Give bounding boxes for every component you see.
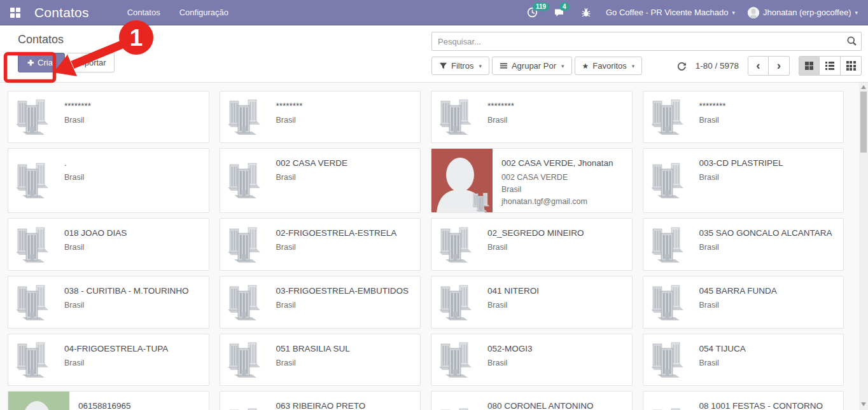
contact-card[interactable]: 038 - CURITIBA - M.TOURINHOBrasil [8,276,209,329]
contact-card-body: ********Brasil [477,92,521,142]
control-panel: Contatos ✚ Criar Importar Filtros ▾ [0,25,868,83]
refresh-icon[interactable] [676,61,687,71]
contact-card[interactable]: 03-FRIGOESTRELA-EMBUTIDOSBrasil [220,276,421,329]
contact-name: 002 CASA VERDE, Jhonatan [501,158,613,168]
contact-detail-line: Brasil [276,242,397,254]
menu-contatos[interactable]: Contatos [127,8,160,17]
company-buildings-icon [437,338,477,379]
group-by-button[interactable]: Agrupar Por ▾ [492,57,572,75]
contact-card[interactable]: .Brasil [8,148,209,213]
activities-icon[interactable]: 119 [526,6,540,19]
contact-card[interactable]: 045 BARRA FUNDABrasil [643,276,844,329]
star-icon: ★ [582,62,589,71]
pager-previous-button[interactable]: ‹ [748,56,769,76]
filters-button[interactable]: Filtros ▾ [431,57,489,75]
user-menu[interactable]: Jhonatan (erp-gocoffee) ▾ [748,7,858,18]
contact-card[interactable]: ********Brasil [643,91,844,143]
search-input[interactable] [431,32,862,51]
company-buildings-icon [648,158,689,200]
view-switcher [799,56,862,76]
activity-count-badge: 119 [533,3,549,11]
company-buildings-icon [437,222,477,264]
create-button[interactable]: ✚ Criar [18,53,65,72]
company-buildings-icon [471,191,493,212]
company-buildings-icon [225,280,266,322]
contact-card[interactable]: 041 NITEROIBrasil [431,276,633,329]
contact-name: 03-FRIGOESTRELA-EMBUTIDOS [276,285,409,296]
contact-detail-line: Brasil [699,299,777,311]
company-switcher[interactable]: Go Coffee - PR Vicente Machado ▾ [606,8,735,17]
company-buildings-icon [648,95,689,137]
contact-image [437,280,477,325]
company-buildings-icon [437,280,477,322]
search-icon[interactable] [846,36,857,49]
contact-card[interactable]: ********Brasil [220,91,421,143]
messages-icon[interactable]: 4 [552,6,566,19]
favorites-button[interactable]: ★ Favoritos ▾ [575,57,643,75]
contact-name: 04-FRIGOESTRELA-TUPA [64,343,168,354]
contact-card[interactable]: 054 TIJUCABrasil [643,334,844,386]
company-buildings-icon [13,158,54,200]
import-button[interactable]: Importar [67,53,114,72]
list-view-icon [825,62,834,70]
top-navbar: Contatos Contatos Configuração 119 4 [0,0,868,25]
scroll-up-arrow[interactable] [861,85,866,89]
apps-menu-icon[interactable] [10,8,20,18]
contact-card[interactable]: 080 CORONEL ANTONINO [431,391,633,410]
contact-card-body: 038 - CURITIBA - M.TOURINHOBrasil [54,277,195,328]
company-buildings-icon [225,404,266,410]
menu-configuracao[interactable]: Configuração [179,8,228,17]
contact-image [648,338,689,382]
contact-image [648,404,689,410]
kanban-grid: ********Brasil********Brasil********Bras… [8,91,844,410]
contact-photo-placeholder [8,392,69,410]
contact-card[interactable]: 051 BRASILIA SULBrasil [220,334,421,386]
group-by-icon [500,62,508,70]
main-menu: Contatos Configuração [127,8,228,17]
company-buildings-icon [13,280,54,322]
debug-icon[interactable] [579,6,593,19]
contact-card-body: 03-FRIGOESTRELA-EMBUTIDOSBrasil [266,277,416,328]
contact-card[interactable]: ********Brasil [8,91,209,143]
contact-name: 054 TIJUCA [699,343,746,354]
contact-card[interactable]: 003-CD PLASTRIPELBrasil [643,148,844,213]
contact-card-body: 003-CD PLASTRIPELBrasil [689,149,790,212]
contact-card[interactable]: 052-MOGI3Brasil [431,334,633,386]
contact-card[interactable]: 063 RIBEIRAO PRETO [220,391,421,410]
user-name: Jhonatan (erp-gocoffee) [763,8,851,17]
contact-card[interactable]: 035 SAO GONCALO ALCANTARABrasil [643,218,844,271]
contact-detail-line: Brasil [64,114,91,126]
contact-card-body: 002 CASA VERDEBrasil [266,149,354,212]
kanban-view-button[interactable] [799,56,820,76]
contact-card[interactable]: 002 CASA VERDEBrasil [220,148,421,213]
company-buildings-icon [13,338,54,379]
company-buildings-icon [13,95,54,137]
contact-card[interactable]: 04-FRIGOESTRELA-TUPABrasil [8,334,209,386]
contact-detail-line: jhonatan.tgf@gmail.com [501,196,613,208]
contact-card[interactable]: 02_SEGREDO MINEIROBrasil [431,218,633,271]
scroll-down-arrow[interactable] [861,402,866,406]
contact-name: 018 JOAO DIAS [64,228,127,238]
contact-card-body: 051 BRASILIA SULBrasil [266,334,356,385]
contact-card-body: 080 CORONEL ANTONINO [477,392,600,410]
scrollbar-thumb[interactable] [860,92,867,153]
contact-card[interactable]: 002 CASA VERDE, Jhonatan002 CASA VERDEBr… [431,148,633,213]
contact-name: 002 CASA VERDE [276,158,348,168]
company-buildings-icon [225,95,266,137]
contact-name: 02_SEGREDO MINEIRO [487,228,584,238]
contact-card[interactable]: 018 JOAO DIASBrasil [8,218,209,271]
list-view-button[interactable] [820,56,841,76]
pager-next-button[interactable]: › [769,56,790,76]
contact-image [437,338,477,382]
contact-card[interactable]: 08 1001 FESTAS - CONTORNO [643,391,844,410]
contact-card[interactable]: 02-FRIGOESTRELA-ESTRELABrasil [220,218,421,271]
company-buildings-icon [648,338,689,379]
chevron-down-icon: ▾ [561,63,564,69]
grid-view-button[interactable] [841,56,862,76]
contact-detail-line: Brasil [64,357,168,369]
contact-card[interactable]: 06158816965 [8,391,209,410]
contact-card-body: 054 TIJUCABrasil [689,334,752,385]
company-buildings-icon [225,222,266,264]
contact-detail-line: Brasil [699,114,726,126]
contact-card[interactable]: ********Brasil [431,91,633,143]
